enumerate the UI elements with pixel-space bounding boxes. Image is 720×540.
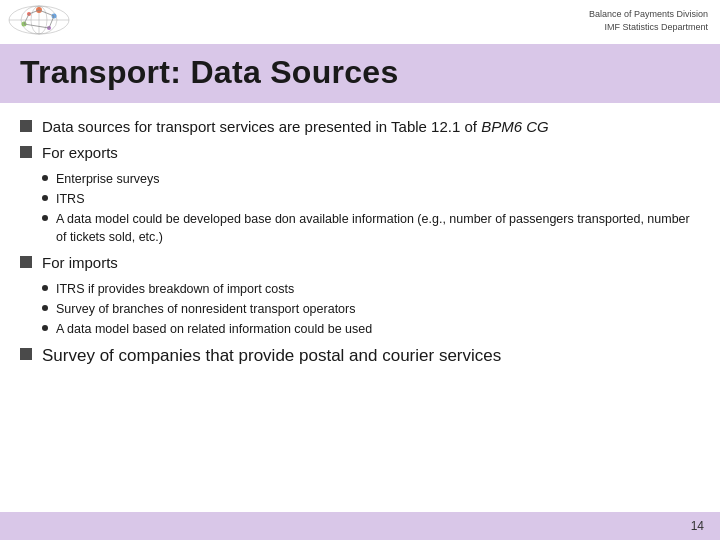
list-item: Survey of branches of nonresident transp… <box>42 300 700 318</box>
header-line1: Balance of Payments Division <box>589 8 708 21</box>
exports-sub-list: Enterprise surveys ITRS A data model cou… <box>42 170 700 247</box>
sub-bullet-text: Enterprise surveys <box>56 170 160 188</box>
exports-bullet: For exports <box>20 142 700 164</box>
circle-bullet-icon <box>42 325 48 331</box>
main-content: Data sources for transport services are … <box>20 116 700 508</box>
imports-label: For imports <box>42 252 118 274</box>
list-item: Enterprise surveys <box>42 170 700 188</box>
circle-bullet-icon <box>42 195 48 201</box>
imports-sub-list: ITRS if provides breakdown of import cos… <box>42 280 700 338</box>
svg-line-14 <box>24 14 29 24</box>
sub-bullet-text: ITRS if provides breakdown of import cos… <box>56 280 294 298</box>
sub-bullet-text: Survey of branches of nonresident transp… <box>56 300 355 318</box>
postal-text: Survey of companies that provide postal … <box>42 344 501 369</box>
bottom-bar: 14 <box>0 512 720 540</box>
section-intro: Data sources for transport services are … <box>20 116 700 138</box>
section-postal: Survey of companies that provide postal … <box>20 344 700 369</box>
circle-bullet-icon <box>42 175 48 181</box>
page-header: Balance of Payments Division IMF Statist… <box>589 8 708 33</box>
svg-line-13 <box>24 24 49 28</box>
title-bar: Transport: Data Sources <box>0 44 720 103</box>
logo-area <box>4 4 84 40</box>
square-bullet-icon <box>20 120 32 132</box>
list-item: ITRS if provides breakdown of import cos… <box>42 280 700 298</box>
page-title: Transport: Data Sources <box>20 54 700 91</box>
header-line2: IMF Statistics Department <box>589 21 708 34</box>
exports-label: For exports <box>42 142 118 164</box>
square-bullet-icon <box>20 146 32 158</box>
circle-bullet-icon <box>42 285 48 291</box>
list-item: ITRS <box>42 190 700 208</box>
section-imports: For imports ITRS if provides breakdown o… <box>20 252 700 338</box>
intro-text: Data sources for transport services are … <box>42 116 549 138</box>
section-exports: For exports Enterprise surveys ITRS A da… <box>20 142 700 246</box>
page-number: 14 <box>691 519 704 533</box>
square-bullet-icon <box>20 348 32 360</box>
sub-bullet-text: A data model could be developed base don… <box>56 210 700 246</box>
list-item: A data model could be developed base don… <box>42 210 700 246</box>
svg-line-12 <box>49 16 54 28</box>
logo-graphic <box>4 4 74 36</box>
list-item: A data model based on related informatio… <box>42 320 700 338</box>
sub-bullet-text: ITRS <box>56 190 84 208</box>
sub-bullet-text: A data model based on related informatio… <box>56 320 372 338</box>
imports-bullet: For imports <box>20 252 700 274</box>
circle-bullet-icon <box>42 305 48 311</box>
square-bullet-icon <box>20 256 32 268</box>
circle-bullet-icon <box>42 215 48 221</box>
